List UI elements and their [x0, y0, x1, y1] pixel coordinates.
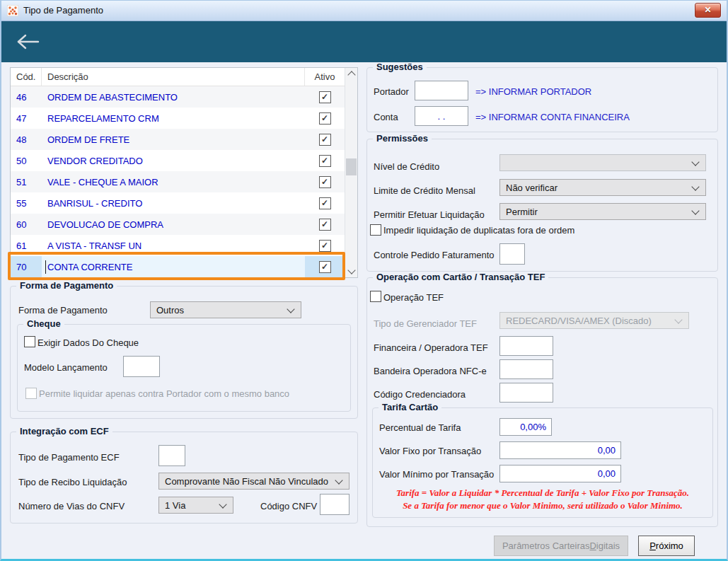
- limite-credito-dropdown[interactable]: Não verificar: [499, 179, 706, 196]
- dropdown-value: REDECARD/VISA/AMEX (Discado): [506, 316, 652, 326]
- description-inline-editor[interactable]: CONTA CORRENTE: [42, 256, 305, 277]
- back-button[interactable]: [14, 32, 42, 52]
- ativo-checkbox[interactable]: ✓: [319, 134, 331, 146]
- financeira-operadora-input[interactable]: [499, 336, 553, 356]
- window-title: Tipo de Pagamento: [23, 5, 103, 16]
- proximo-button[interactable]: Próximo: [638, 536, 695, 556]
- column-header-codigo[interactable]: Cód.: [11, 68, 42, 86]
- ativo-checkbox[interactable]: ✓: [319, 155, 331, 167]
- app-header: [0, 21, 728, 62]
- tarifa-note-line2: Se a Tarifa for menor que o Valor Minimo…: [373, 500, 712, 511]
- dropdown-value: Comprovante Não Fiscal Não Vinculado: [165, 476, 328, 487]
- tipo-pagamento-ecf-label: Tipo de Pagamento ECF: [18, 452, 120, 463]
- nivel-credito-dropdown[interactable]: [499, 154, 706, 171]
- modelo-lancamento-input[interactable]: [123, 356, 160, 377]
- row-description: VALE - CHEQUE A MAIOR: [42, 171, 305, 192]
- row-code: 70: [11, 256, 42, 277]
- portador-hint: => INFORMAR PORTADOR: [475, 86, 591, 97]
- bandeira-operadora-label: Bandeira Operadora NFC-e: [374, 366, 487, 376]
- dropdown-value: Não verificar: [506, 183, 557, 193]
- controle-pedido-input[interactable]: [499, 243, 525, 265]
- impedir-liquidacao-checkbox[interactable]: [370, 224, 381, 236]
- percentual-tarifa-label: Percentual de Tarifa: [379, 422, 461, 433]
- row-description: DEVOLUCAO DE COMPRA: [42, 214, 305, 235]
- codigo-credenciadora-input[interactable]: [499, 383, 553, 403]
- row-code: 47: [11, 108, 42, 129]
- forma-pagamento-label: Forma de Pagamento: [18, 305, 108, 316]
- ativo-checkbox[interactable]: ✓: [319, 91, 331, 103]
- conta-label: Conta: [374, 112, 398, 122]
- conta-hint: => INFORMAR CONTA FINANCEIRA: [475, 112, 630, 122]
- modelo-lancamento-label: Modelo Lançamento: [24, 362, 108, 373]
- operacao-tef-checkbox[interactable]: [370, 291, 381, 302]
- nivel-credito-label: Nível de Crédito: [374, 161, 439, 172]
- ativo-checkbox[interactable]: ✓: [319, 219, 331, 231]
- tipo-recibo-label: Tipo de Recibo Liquidação: [18, 477, 127, 487]
- table-row[interactable]: 51 VALE - CHEQUE A MAIOR ✓: [11, 171, 345, 192]
- scroll-down-icon[interactable]: [345, 265, 357, 277]
- table-row[interactable]: 47 REPARCELAMENTO CRM ✓: [11, 108, 345, 129]
- table-row[interactable]: 48 ORDEM DE FRETE ✓: [11, 129, 345, 150]
- ativo-checkbox[interactable]: ✓: [319, 261, 331, 273]
- valor-fixo-label: Valor Fixo por Transação: [379, 446, 481, 456]
- table-row[interactable]: 60 DEVOLUCAO DE COMPRA ✓: [11, 214, 345, 235]
- row-description: REPARCELAMENTO CRM: [42, 108, 305, 129]
- portador-input[interactable]: [415, 81, 468, 100]
- ativo-checkbox[interactable]: ✓: [319, 240, 331, 252]
- codigo-cnfv-input[interactable]: [320, 494, 349, 515]
- table-row[interactable]: 61 A VISTA - TRANSF UN ✓: [11, 235, 345, 256]
- table-header-row: Cód. Descrição Ativo: [11, 68, 345, 86]
- codigo-credenciadora-label: Código Credenciadora: [374, 389, 466, 400]
- app-icon: [7, 5, 18, 16]
- forma-pagamento-dropdown[interactable]: Outros: [150, 301, 301, 318]
- row-code: 61: [11, 235, 42, 256]
- exigir-dados-cheque-checkbox[interactable]: [24, 336, 35, 347]
- numero-vias-cnfv-dropdown[interactable]: 1 Via: [158, 497, 233, 514]
- scrollbar-thumb[interactable]: [346, 158, 357, 175]
- table-row-selected[interactable]: 70 CONTA CORRENTE ✓: [11, 256, 345, 277]
- parametros-carteiras-digitais-button: Parâmetros Carteiras Digitais: [494, 536, 628, 556]
- ativo-checkbox[interactable]: ✓: [319, 112, 331, 125]
- row-description: A VISTA - TRANSF UN: [42, 235, 305, 256]
- row-description: ORDEM DE ABASTECIMENTO: [42, 86, 305, 108]
- payment-types-table: Cód. Descrição Ativo 46 ORDEM DE ABASTEC…: [10, 67, 358, 278]
- portador-label: Portador: [374, 86, 409, 97]
- close-icon: ✕: [704, 5, 711, 15]
- dropdown-value: Outros: [156, 305, 184, 316]
- ativo-checkbox[interactable]: ✓: [319, 197, 331, 209]
- percentual-tarifa-input[interactable]: 0,00%: [499, 418, 552, 436]
- section-title: Tarifa Cartão: [379, 402, 441, 412]
- section-title: Permissões: [373, 133, 432, 144]
- permite-liquidar-checkbox: [25, 388, 37, 399]
- permitir-liquidacao-label: Permitir Efetuar Liquidação: [374, 209, 485, 220]
- row-description: VENDOR CREDITADO: [42, 150, 305, 171]
- tipo-de-pagamento-dialog: Tipo de Pagamento ✕ Cód. Descrição Ativo…: [0, 0, 728, 561]
- impedir-liquidacao-label: Impedir liquidação de duplicatas fora de…: [383, 225, 574, 236]
- text-caret: [45, 260, 46, 274]
- column-header-ativo[interactable]: Ativo: [305, 68, 345, 86]
- section-title: Operação com Cartão / Transação TEF: [373, 272, 548, 282]
- table-row[interactable]: 46 ORDEM DE ABASTECIMENTO ✓: [11, 86, 345, 108]
- numero-vias-cnfv-label: Número de Vias do CNFV: [18, 501, 125, 511]
- close-button[interactable]: ✕: [695, 3, 721, 18]
- table-row[interactable]: 55 BANRISUL - CREDITO ✓: [11, 192, 345, 214]
- valor-minimo-input[interactable]: 0,00: [499, 465, 621, 482]
- tipo-recibo-dropdown[interactable]: Comprovante Não Fiscal Não Vinculado: [158, 473, 349, 490]
- tipo-pagamento-ecf-input[interactable]: [158, 445, 185, 466]
- permitir-liquidacao-dropdown[interactable]: Permitir: [499, 203, 706, 220]
- table-row[interactable]: 50 VENDOR CREDITADO ✓: [11, 150, 345, 171]
- section-title: Sugestões: [373, 62, 427, 72]
- valor-fixo-input[interactable]: 0,00: [499, 441, 621, 459]
- table-scrollbar[interactable]: [345, 68, 357, 277]
- bandeira-operadora-input[interactable]: [499, 359, 553, 379]
- scroll-up-icon[interactable]: [345, 68, 357, 80]
- section-title: Integração com ECF: [16, 426, 112, 436]
- controle-pedido-label: Controle Pedido Faturamento: [374, 250, 495, 260]
- ativo-checkbox[interactable]: ✓: [319, 176, 331, 188]
- column-header-descricao[interactable]: Descrição: [42, 68, 305, 86]
- dropdown-value: Permitir: [506, 207, 538, 217]
- gerenciador-tef-dropdown: REDECARD/VISA/AMEX (Discado): [499, 312, 689, 329]
- codigo-cnfv-label: Código CNFV: [260, 501, 317, 511]
- conta-input[interactable]: . .: [415, 106, 468, 126]
- row-code: 55: [11, 192, 42, 214]
